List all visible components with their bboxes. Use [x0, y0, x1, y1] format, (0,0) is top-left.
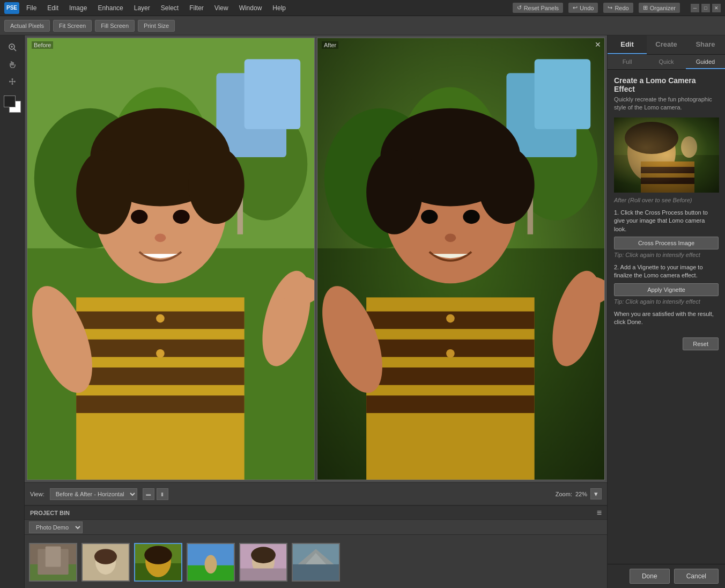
undo-button[interactable]: ↩ Undo — [568, 3, 598, 13]
color-swatch[interactable] — [4, 95, 21, 113]
svg-point-77 — [251, 547, 276, 563]
before-photo — [27, 38, 314, 480]
print-size-button[interactable]: Print Size — [138, 20, 175, 32]
subtab-full[interactable]: Full — [608, 55, 647, 69]
menu-filter[interactable]: Filter — [186, 2, 208, 14]
svg-point-20 — [131, 210, 147, 224]
thumbnail-2[interactable] — [82, 543, 130, 582]
after-label: After — [322, 41, 338, 49]
thumbnail-6[interactable] — [292, 543, 340, 582]
layout-vertical-icon[interactable]: ▮ — [157, 488, 168, 500]
undo-icon: ↩ — [573, 4, 578, 11]
menu-view[interactable]: View — [211, 2, 232, 14]
before-panel: Before — [27, 38, 315, 480]
redo-button[interactable]: ↪ Redo — [603, 3, 633, 13]
svg-point-31 — [156, 314, 165, 323]
window-controls: ─ □ ✕ — [691, 4, 721, 12]
foreground-color-swatch[interactable] — [4, 95, 16, 107]
tip2-text: Tip: Click again to intensify effect — [614, 298, 719, 305]
effect-preview-image — [614, 117, 719, 193]
view-mode-select[interactable]: Before & After - Horizontal Before Only … — [50, 488, 137, 500]
organizer-button[interactable]: ⊞ Organizer — [639, 3, 680, 13]
fill-screen-button[interactable]: Fill Screen — [95, 20, 135, 32]
hand-tool-icon[interactable] — [4, 57, 21, 72]
menu-edit[interactable]: Edit — [43, 2, 62, 14]
project-bin-toolbar: Photo Demo — [25, 520, 607, 535]
layout-horizontal-icon[interactable]: ▬ — [143, 488, 154, 500]
actual-pixels-button[interactable]: Actual Pixels — [4, 20, 50, 32]
close-button[interactable]: ✕ — [712, 4, 721, 12]
redo-icon: ↪ — [608, 4, 612, 11]
menu-image[interactable]: Image — [65, 2, 91, 14]
minimize-button[interactable]: ─ — [691, 4, 699, 12]
thumbnail-4[interactable] — [187, 543, 235, 582]
menu-select[interactable]: Select — [157, 2, 182, 14]
thumbnails-area — [25, 535, 607, 588]
svg-point-19 — [188, 146, 245, 224]
thumbnail-1[interactable] — [29, 543, 77, 582]
reset-button[interactable]: Reset — [683, 337, 719, 350]
svg-rect-27 — [76, 395, 245, 413]
svg-rect-55 — [366, 395, 535, 413]
view-label: View: — [30, 491, 45, 497]
subtab-quick[interactable]: Quick — [647, 55, 686, 69]
svg-point-48 — [421, 210, 438, 224]
photo-collection-select[interactable]: Photo Demo — [29, 521, 83, 533]
thumbnail-3[interactable] — [134, 543, 182, 582]
canvas-area: Before — [25, 35, 607, 482]
right-panel-tabs: Edit Create Share — [608, 35, 725, 55]
svg-point-46 — [366, 150, 423, 234]
subtab-guided[interactable]: Guided — [686, 55, 725, 69]
cancel-button[interactable]: Cancel — [674, 569, 719, 584]
svg-rect-78 — [240, 568, 286, 580]
before-after-container: Before — [25, 35, 607, 482]
tab-create[interactable]: Create — [647, 35, 686, 54]
menu-layer[interactable]: Layer — [130, 2, 154, 14]
menu-enhance[interactable]: Enhance — [94, 2, 127, 14]
tab-edit[interactable]: Edit — [608, 35, 647, 54]
title-bar: PSE File Edit Image Enhance Layer Select… — [0, 0, 725, 16]
after-panel: After ✕ — [317, 38, 605, 480]
fit-screen-button[interactable]: Fit Screen — [53, 20, 92, 32]
menu-help[interactable]: Help — [269, 2, 290, 14]
svg-point-49 — [463, 210, 479, 224]
svg-point-50 — [445, 233, 456, 242]
layout-icons: ▬ ▮ — [143, 488, 168, 500]
done-button[interactable]: Done — [630, 569, 670, 584]
apply-vignette-button[interactable]: Apply Vignette — [614, 283, 719, 296]
thumbnail-5[interactable] — [239, 543, 287, 582]
maximize-button[interactable]: □ — [701, 4, 710, 12]
tab-share[interactable]: Share — [686, 35, 725, 54]
svg-point-74 — [205, 555, 217, 573]
svg-rect-80 — [293, 564, 339, 580]
left-tool-panel — [0, 35, 25, 588]
effect-title: Create a Lomo Camera Effect — [614, 76, 719, 93]
svg-point-71 — [144, 546, 172, 564]
svg-rect-54 — [366, 367, 535, 385]
panel-content: Create a Lomo Camera Effect Quickly recr… — [608, 70, 725, 564]
svg-rect-26 — [76, 367, 245, 385]
zoom-tool-icon[interactable] — [4, 40, 21, 55]
close-after-panel-button[interactable]: ✕ — [595, 40, 601, 49]
svg-point-32 — [156, 349, 165, 358]
app-logo: PSE — [4, 2, 19, 14]
cross-process-image-button[interactable]: Cross Process Image — [614, 237, 719, 249]
svg-point-47 — [478, 146, 535, 224]
svg-rect-43 — [535, 59, 591, 129]
svg-point-60 — [446, 349, 455, 358]
after-photo — [317, 38, 604, 480]
reset-panels-button[interactable]: ↺ Reset Panels — [513, 3, 563, 13]
menu-file[interactable]: File — [23, 2, 40, 14]
zoom-area: Zoom: 22% ▾ — [556, 488, 602, 499]
right-panel: Edit Create Share Full Quick Guided Crea… — [607, 35, 725, 588]
after-rollover-label: After (Roll over to see Before) — [614, 197, 719, 203]
organizer-icon: ⊞ — [643, 4, 648, 11]
zoom-dropdown-button[interactable]: ▾ — [590, 488, 602, 499]
svg-point-22 — [154, 233, 166, 242]
svg-rect-15 — [245, 59, 301, 129]
menu-window[interactable]: Window — [235, 2, 266, 14]
project-bin-menu-icon[interactable]: ≡ — [597, 508, 602, 518]
edit-subtabs: Full Quick Guided — [608, 55, 725, 70]
move-tool-icon[interactable] — [4, 74, 21, 89]
step2-text: 2. Add a Vignette to your image to final… — [614, 263, 719, 280]
